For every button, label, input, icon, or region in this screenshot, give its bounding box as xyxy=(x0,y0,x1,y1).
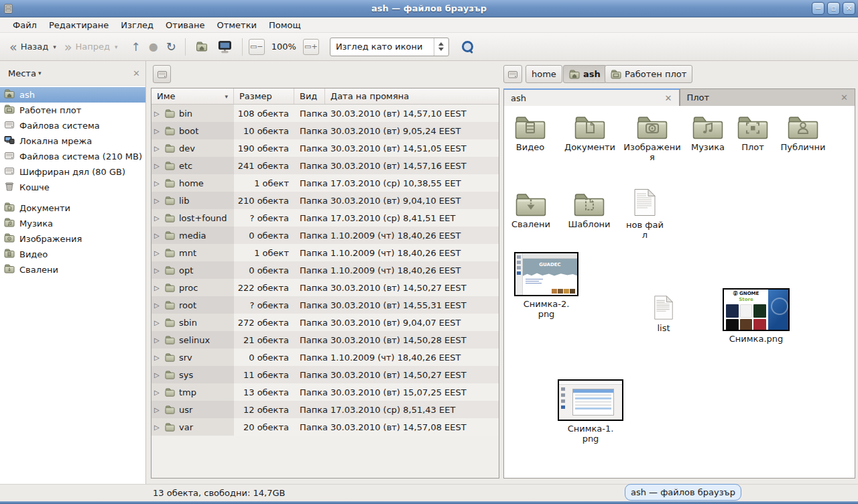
maximize-button[interactable]: ▫ xyxy=(827,2,840,15)
sidebar-place-item[interactable]: ash xyxy=(0,87,145,103)
file-icon-list[interactable]: list xyxy=(644,295,684,333)
sidebar-place-item[interactable]: Файлова система (210 MB) xyxy=(0,149,145,164)
row-name-cell[interactable]: ▷ media xyxy=(151,227,234,244)
expander-icon[interactable]: ▷ xyxy=(154,424,161,431)
tab-ash[interactable]: ash ✕ xyxy=(503,88,680,107)
expander-icon[interactable]: ▷ xyxy=(154,371,161,379)
close-button[interactable]: ✕ xyxy=(843,2,855,15)
file-icon-downloads[interactable]: Свалени xyxy=(509,191,552,229)
file-icon-new-file[interactable]: нов файл xyxy=(623,188,666,240)
expander-icon[interactable]: ▷ xyxy=(154,319,161,326)
table-row[interactable]: ▷ sbin 272 обекта Папка 30.03.2010 (вт) … xyxy=(151,314,499,331)
zoom-in-button[interactable]: ▭+ xyxy=(303,39,319,55)
menu-bookmarks[interactable]: Отметки xyxy=(210,19,262,32)
sidebar-place-item[interactable]: Свалени xyxy=(0,262,145,277)
sidebar-place-item[interactable]: Файлова система xyxy=(0,118,145,133)
table-row[interactable]: ▷ usr 12 обекта Папка 17.03.2010 (ср) 8,… xyxy=(151,401,499,418)
table-row[interactable]: ▷ bin 108 обекта Папка 30.03.2010 (вт) 1… xyxy=(151,105,499,122)
expander-icon[interactable]: ▷ xyxy=(154,354,161,361)
row-name-cell[interactable]: ▷ proc xyxy=(151,279,234,296)
sidebar-place-item[interactable]: Музика xyxy=(0,216,145,231)
column-header-type[interactable]: Вид xyxy=(294,88,325,104)
table-row[interactable]: ▷ lib 210 обекта Папка 30.03.2010 (вт) 9… xyxy=(151,192,499,209)
row-name-cell[interactable]: ▷ root xyxy=(151,296,234,314)
column-header-date[interactable]: Дата на промяна xyxy=(325,88,499,104)
column-header-name[interactable]: Име▾ xyxy=(151,88,234,104)
menu-help[interactable]: Помощ xyxy=(263,19,307,32)
sidebar-place-item[interactable]: Работен плот xyxy=(0,103,145,118)
sidebar-place-item[interactable]: Локална мрежа xyxy=(0,133,145,149)
row-name-cell[interactable]: ▷ srv xyxy=(151,349,234,366)
row-name-cell[interactable]: ▷ mnt xyxy=(151,244,234,261)
file-icon-music[interactable]: Музика xyxy=(686,114,729,152)
back-dropdown-icon[interactable]: ▾ xyxy=(53,44,56,50)
table-row[interactable]: ▷ selinux 21 обекта Папка 30.03.2010 (вт… xyxy=(151,331,499,349)
computer-button[interactable] xyxy=(213,38,237,56)
file-icon-public[interactable]: Публични xyxy=(778,114,829,152)
view-mode-combo[interactable]: Изглед като икони xyxy=(330,38,449,56)
row-name-cell[interactable]: ▷ opt xyxy=(151,261,234,279)
table-row[interactable]: ▷ opt 0 обекта Папка 1.10.2009 (чт) 18,4… xyxy=(151,261,499,279)
expander-icon[interactable]: ▷ xyxy=(154,406,161,414)
expander-icon[interactable]: ▷ xyxy=(154,127,161,135)
expander-icon[interactable]: ▷ xyxy=(154,389,161,396)
row-name-cell[interactable]: ▷ sbin xyxy=(151,314,234,331)
expander-icon[interactable]: ▷ xyxy=(154,249,161,257)
expander-icon[interactable]: ▷ xyxy=(154,232,161,239)
table-row[interactable]: ▷ var 20 обекта Папка 30.03.2010 (вт) 14… xyxy=(151,418,499,436)
menu-go[interactable]: Отиване xyxy=(160,19,210,32)
back-button[interactable]: « Назад ▾ xyxy=(5,39,60,55)
tab-close-icon[interactable]: ✕ xyxy=(841,92,848,103)
table-row[interactable]: ▷ lost+found ? обекта Папка 17.03.2010 (… xyxy=(151,209,499,227)
table-row[interactable]: ▷ sys 11 обекта Папка 30.03.2010 (вт) 14… xyxy=(151,366,499,383)
row-name-cell[interactable]: ▷ usr xyxy=(151,401,234,418)
path-desktop-button[interactable]: Работен плот xyxy=(605,65,692,83)
row-name-cell[interactable]: ▷ sys xyxy=(151,366,234,383)
forward-button[interactable]: » Напред ▾ xyxy=(60,39,122,55)
row-name-cell[interactable]: ▷ var xyxy=(151,418,234,436)
sidebar-place-item[interactable]: Изображения xyxy=(0,231,145,247)
sidebar-place-item[interactable]: Документи xyxy=(0,200,145,216)
row-name-cell[interactable]: ▷ etc xyxy=(151,157,234,174)
table-row[interactable]: ▷ mnt 1 обект Папка 1.10.2009 (чт) 18,40… xyxy=(151,244,499,261)
row-name-cell[interactable]: ▷ selinux xyxy=(151,331,234,349)
file-icon-documents[interactable]: Документи xyxy=(559,114,621,152)
menu-file[interactable]: Файл xyxy=(7,19,43,32)
column-header-size[interactable]: Размер xyxy=(234,88,294,104)
file-icon-videos[interactable]: Видео xyxy=(509,114,551,152)
expander-icon[interactable]: ▷ xyxy=(154,197,161,204)
table-row[interactable]: ▷ boot 10 обекта Папка 30.03.2010 (вт) 9… xyxy=(151,122,499,139)
expander-icon[interactable]: ▷ xyxy=(154,162,161,170)
file-icon-snimka1[interactable]: Снимка-1.png xyxy=(557,379,624,444)
taskbar-window-button[interactable]: ash — файлов браузър xyxy=(625,484,741,501)
table-row[interactable]: ▷ root ? обекта Папка 30.03.2010 (вт) 14… xyxy=(151,296,499,314)
row-name-cell[interactable]: ▷ dev xyxy=(151,139,234,157)
file-icon-pictures[interactable]: Изображения xyxy=(623,114,681,162)
home-button[interactable] xyxy=(190,38,213,55)
table-row[interactable]: ▷ media 0 обекта Папка 1.10.2009 (чт) 18… xyxy=(151,227,499,244)
row-name-cell[interactable]: ▷ tmp xyxy=(151,383,234,401)
expander-icon[interactable]: ▷ xyxy=(154,267,161,274)
file-icon-desktop[interactable]: Плот xyxy=(735,114,771,152)
sidebar-close-icon[interactable]: ✕ xyxy=(133,68,140,78)
row-name-cell[interactable]: ▷ lost+found xyxy=(151,209,234,227)
sidebar-place-item[interactable]: Видео xyxy=(0,247,145,262)
expander-icon[interactable]: ▷ xyxy=(154,302,161,309)
table-row[interactable]: ▷ etc 241 обекта Папка 30.03.2010 (вт) 1… xyxy=(151,157,499,174)
row-name-cell[interactable]: ▷ bin xyxy=(151,105,234,122)
table-row[interactable]: ▷ proc 222 обекта Папка 30.03.2010 (вт) … xyxy=(151,279,499,296)
expander-icon[interactable]: ▷ xyxy=(154,336,161,344)
expander-icon[interactable]: ▷ xyxy=(154,284,161,292)
table-row[interactable]: ▷ tmp 13 обекта Папка 30.03.2010 (вт) 15… xyxy=(151,383,499,401)
expander-icon[interactable]: ▷ xyxy=(154,180,161,187)
row-name-cell[interactable]: ▷ boot xyxy=(151,122,234,139)
sidebar-place-item[interactable]: Кошче xyxy=(0,180,145,195)
sidebar-title-dropdown-icon[interactable]: ▾ xyxy=(38,70,42,76)
expander-icon[interactable]: ▷ xyxy=(154,110,161,117)
menu-edit[interactable]: Редактиране xyxy=(43,19,115,32)
minimize-button[interactable]: − xyxy=(812,2,824,15)
stop-button[interactable]: ● xyxy=(145,39,162,55)
table-row[interactable]: ▷ dev 190 обекта Папка 30.03.2010 (вт) 1… xyxy=(151,139,499,157)
file-icon-snimka2[interactable]: GUADEC Снимка-2.png xyxy=(513,252,580,319)
tab-close-icon[interactable]: ✕ xyxy=(665,93,672,103)
